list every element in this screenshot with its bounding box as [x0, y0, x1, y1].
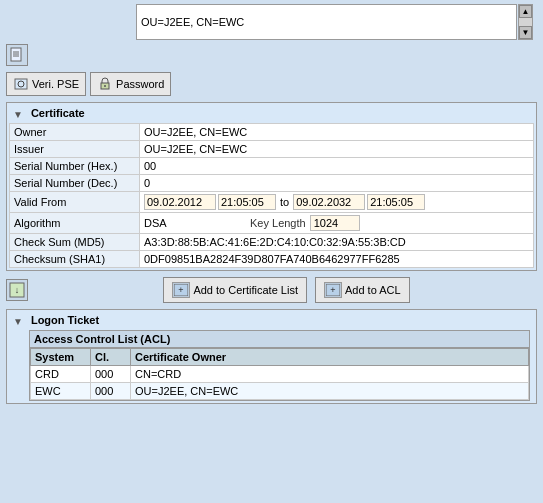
certificate-header: ▼ Certificate [9, 105, 534, 123]
valid-from-label: Valid From [10, 192, 140, 213]
valid-to-time-input[interactable] [367, 194, 425, 210]
add-acl-icon: + [324, 282, 342, 298]
veri-pse-icon [13, 76, 29, 92]
acl-system-cell: CRD [31, 366, 91, 383]
scroll-down-arrow[interactable]: ▼ [519, 26, 532, 39]
action-buttons-group: + Add to Certificate List + Add to ACL [36, 277, 537, 303]
to-label: to [280, 196, 289, 208]
acl-system-cell: EWC [31, 383, 91, 400]
veri-pse-label: Veri. PSE [32, 78, 79, 90]
password-icon [97, 76, 113, 92]
add-cert-icon: + [172, 282, 190, 298]
left-action-svg: ↓ [9, 282, 25, 298]
acl-title: Access Control List (ACL) [30, 331, 529, 348]
table-row: Owner OU=J2EE, CN=EWC [10, 124, 534, 141]
acl-header-row: System Cl. Certificate Owner [31, 349, 529, 366]
password-svg [98, 77, 112, 91]
valid-from-value: to [140, 192, 534, 213]
algorithm-text: DSA [144, 217, 244, 229]
add-to-acl-button[interactable]: + Add to ACL [315, 277, 410, 303]
scroll-up-arrow[interactable]: ▲ [519, 5, 532, 18]
table-row: Checksum (SHA1) 0DF09851BA2824F39D807FA7… [10, 251, 534, 268]
table-row: Check Sum (MD5) A3:3D:88:5B:AC:41:6E:2D:… [10, 234, 534, 251]
list-box[interactable]: OU=J2EE, CN=EWC [136, 4, 517, 40]
add-to-cert-list-label: Add to Certificate List [193, 284, 298, 296]
list-item-text: OU=J2EE, CN=EWC [141, 16, 244, 28]
valid-from-date-input[interactable] [144, 194, 216, 210]
checksum-md5-label: Check Sum (MD5) [10, 234, 140, 251]
toolbar-row: Veri. PSE Password [0, 70, 543, 100]
serial-dec-value: 0 [140, 175, 534, 192]
serial-hex-label: Serial Number (Hex.) [10, 158, 140, 175]
certificate-title: Certificate [27, 106, 89, 120]
checksum-sha1-label: Checksum (SHA1) [10, 251, 140, 268]
checksum-md5-value: A3:3D:88:5B:AC:41:6E:2D:C4:10:C0:32:9A:5… [140, 234, 534, 251]
serial-hex-value: 00 [140, 158, 534, 175]
cert-triangle-icon: ▼ [13, 109, 23, 120]
logon-ticket-header: ▼ Logon Ticket [9, 312, 534, 330]
algorithm-row: DSA Key Length [144, 215, 529, 231]
serial-dec-label: Serial Number (Dec.) [10, 175, 140, 192]
svg-text:↓: ↓ [15, 285, 20, 295]
add-acl-svg: + [326, 284, 340, 296]
table-row: Algorithm DSA Key Length [10, 213, 534, 234]
issuer-label: Issuer [10, 141, 140, 158]
list-item[interactable]: EWC000OU=J2EE, CN=EWC [31, 383, 529, 400]
list-box-container: OU=J2EE, CN=EWC ▲ ▼ [136, 4, 517, 40]
logon-triangle-icon: ▼ [13, 316, 23, 327]
list-item[interactable]: CRD000CN=CRD [31, 366, 529, 383]
password-button[interactable]: Password [90, 72, 171, 96]
owner-value: OU=J2EE, CN=EWC [140, 124, 534, 141]
acl-cl-cell: 000 [91, 383, 131, 400]
col-cl: Cl. [91, 349, 131, 366]
veri-pse-button[interactable]: Veri. PSE [6, 72, 86, 96]
key-length-label: Key Length [250, 217, 306, 229]
table-row: Valid From to [10, 192, 534, 213]
acl-table: System Cl. Certificate Owner CRD000CN=CR… [30, 348, 529, 400]
acl-cl-cell: 000 [91, 366, 131, 383]
table-row: Serial Number (Hex.) 00 [10, 158, 534, 175]
table-row: Serial Number (Dec.) 0 [10, 175, 534, 192]
certificate-section: ▼ Certificate Owner OU=J2EE, CN=EWC Issu… [6, 102, 537, 271]
acl-container: Access Control List (ACL) System Cl. Cer… [29, 330, 530, 401]
scrollbar-vertical[interactable]: ▲ ▼ [518, 4, 533, 40]
algorithm-value: DSA Key Length [140, 213, 534, 234]
cert-actions-bar: ↓ + Add to Certificate List + Add to ACL [0, 273, 543, 307]
top-section: OU=J2EE, CN=EWC ▲ ▼ [0, 0, 543, 40]
checksum-sha1-value: 0DF09851BA2824F39D807FA740B6462977FF6285 [140, 251, 534, 268]
icon-row [0, 40, 543, 70]
valid-from-time-input[interactable] [218, 194, 276, 210]
acl-owner-cell: OU=J2EE, CN=EWC [131, 383, 529, 400]
doc-icon[interactable] [6, 44, 28, 66]
svg-text:+: + [179, 285, 184, 295]
add-cert-svg: + [174, 284, 188, 296]
valid-from-datetime: to [144, 194, 529, 210]
key-length-input[interactable] [310, 215, 360, 231]
acl-owner-cell: CN=CRD [131, 366, 529, 383]
left-action-icon[interactable]: ↓ [6, 279, 28, 301]
col-cert-owner: Certificate Owner [131, 349, 529, 366]
svg-point-7 [104, 85, 106, 87]
doc-svg [9, 47, 25, 63]
logon-ticket-title: Logon Ticket [27, 313, 103, 327]
password-label: Password [116, 78, 164, 90]
issuer-value: OU=J2EE, CN=EWC [140, 141, 534, 158]
algorithm-label: Algorithm [10, 213, 140, 234]
veri-pse-svg [14, 77, 28, 91]
add-to-acl-label: Add to ACL [345, 284, 401, 296]
svg-text:+: + [330, 285, 335, 295]
add-to-cert-list-button[interactable]: + Add to Certificate List [163, 277, 307, 303]
table-row: Issuer OU=J2EE, CN=EWC [10, 141, 534, 158]
owner-label: Owner [10, 124, 140, 141]
valid-to-date-input[interactable] [293, 194, 365, 210]
col-system: System [31, 349, 91, 366]
certificate-table: Owner OU=J2EE, CN=EWC Issuer OU=J2EE, CN… [9, 123, 534, 268]
logon-ticket-section: ▼ Logon Ticket Access Control List (ACL)… [6, 309, 537, 404]
